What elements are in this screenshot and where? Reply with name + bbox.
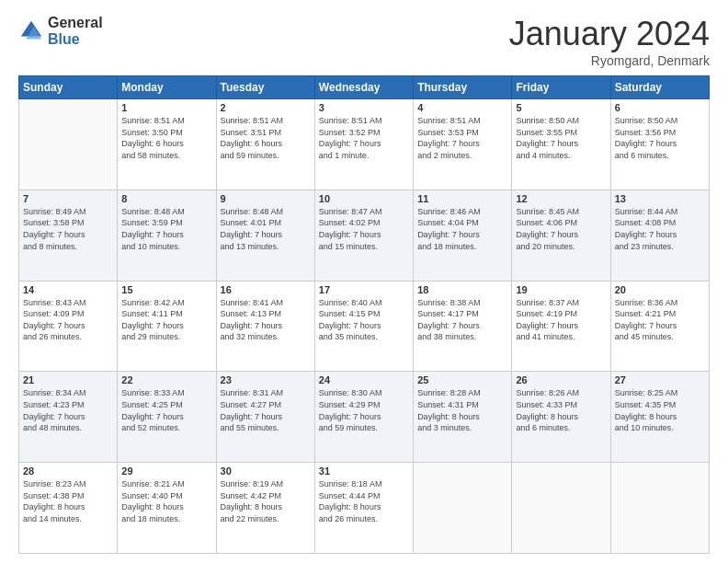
calendar-week-3: 21Sunrise: 8:34 AM Sunset: 4:23 PM Dayli… — [19, 372, 710, 463]
day-info: Sunrise: 8:30 AM Sunset: 4:29 PM Dayligh… — [319, 387, 409, 433]
day-number: 24 — [319, 374, 409, 385]
logo-icon — [18, 18, 44, 44]
day-info: Sunrise: 8:48 AM Sunset: 3:59 PM Dayligh… — [121, 206, 211, 252]
day-number: 13 — [615, 193, 705, 204]
day-number: 16 — [221, 284, 311, 295]
table-row: 20Sunrise: 8:36 AM Sunset: 4:21 PM Dayli… — [610, 281, 709, 372]
day-number: 22 — [121, 374, 211, 385]
day-info: Sunrise: 8:46 AM Sunset: 4:04 PM Dayligh… — [417, 206, 507, 252]
day-info: Sunrise: 8:51 AM Sunset: 3:52 PM Dayligh… — [319, 115, 409, 161]
table-row: 15Sunrise: 8:42 AM Sunset: 4:11 PM Dayli… — [118, 281, 216, 372]
table-row: 6Sunrise: 8:50 AM Sunset: 3:56 PM Daylig… — [610, 99, 709, 190]
month-title: January 2024 — [509, 15, 710, 53]
day-number: 23 — [221, 374, 311, 385]
day-number: 30 — [221, 465, 311, 477]
table-row: 26Sunrise: 8:26 AM Sunset: 4:33 PM Dayli… — [512, 372, 610, 463]
day-number: 25 — [417, 374, 507, 385]
table-row: 3Sunrise: 8:51 AM Sunset: 3:52 PM Daylig… — [314, 99, 413, 190]
col-friday: Friday — [512, 76, 610, 99]
day-number: 18 — [417, 284, 507, 295]
day-info: Sunrise: 8:26 AM Sunset: 4:33 PM Dayligh… — [516, 387, 606, 433]
table-row — [512, 463, 610, 554]
location: Ryomgard, Denmark — [509, 53, 710, 68]
day-info: Sunrise: 8:36 AM Sunset: 4:21 PM Dayligh… — [615, 297, 705, 343]
table-row: 12Sunrise: 8:45 AM Sunset: 4:06 PM Dayli… — [512, 190, 610, 281]
day-number: 7 — [23, 193, 113, 204]
day-number: 1 — [121, 102, 211, 113]
day-number: 5 — [516, 102, 606, 113]
day-number: 27 — [615, 374, 705, 385]
col-sunday: Sunday — [19, 76, 118, 99]
page: General Blue January 2024 Ryomgard, Denm… — [0, 0, 728, 563]
day-number: 20 — [615, 284, 705, 295]
day-info: Sunrise: 8:42 AM Sunset: 4:11 PM Dayligh… — [121, 297, 211, 343]
table-row: 21Sunrise: 8:34 AM Sunset: 4:23 PM Dayli… — [19, 372, 118, 463]
day-info: Sunrise: 8:34 AM Sunset: 4:23 PM Dayligh… — [23, 387, 113, 433]
table-row: 10Sunrise: 8:47 AM Sunset: 4:02 PM Dayli… — [314, 190, 413, 281]
day-number: 28 — [23, 465, 113, 477]
table-row: 23Sunrise: 8:31 AM Sunset: 4:27 PM Dayli… — [216, 372, 314, 463]
calendar-week-2: 14Sunrise: 8:43 AM Sunset: 4:09 PM Dayli… — [19, 281, 710, 372]
table-row — [610, 463, 709, 554]
day-info: Sunrise: 8:21 AM Sunset: 4:40 PM Dayligh… — [121, 478, 211, 524]
table-row: 9Sunrise: 8:48 AM Sunset: 4:01 PM Daylig… — [216, 190, 314, 281]
logo: General Blue — [18, 15, 103, 48]
table-row: 14Sunrise: 8:43 AM Sunset: 4:09 PM Dayli… — [19, 281, 118, 372]
day-number: 15 — [121, 284, 211, 295]
day-info: Sunrise: 8:38 AM Sunset: 4:17 PM Dayligh… — [417, 297, 507, 343]
header-row: Sunday Monday Tuesday Wednesday Thursday… — [19, 76, 710, 99]
table-row: 16Sunrise: 8:41 AM Sunset: 4:13 PM Dayli… — [216, 281, 314, 372]
day-number: 31 — [319, 465, 409, 477]
day-info: Sunrise: 8:18 AM Sunset: 4:44 PM Dayligh… — [319, 478, 409, 524]
table-row: 25Sunrise: 8:28 AM Sunset: 4:31 PM Dayli… — [414, 372, 512, 463]
title-block: January 2024 Ryomgard, Denmark — [509, 15, 710, 68]
col-thursday: Thursday — [414, 76, 512, 99]
table-row: 1Sunrise: 8:51 AM Sunset: 3:50 PM Daylig… — [118, 99, 216, 190]
calendar-week-1: 7Sunrise: 8:49 AM Sunset: 3:58 PM Daylig… — [19, 190, 710, 281]
day-number: 12 — [516, 193, 606, 204]
day-info: Sunrise: 8:51 AM Sunset: 3:50 PM Dayligh… — [121, 115, 211, 161]
day-number: 2 — [221, 102, 311, 113]
day-info: Sunrise: 8:37 AM Sunset: 4:19 PM Dayligh… — [516, 297, 606, 343]
day-info: Sunrise: 8:40 AM Sunset: 4:15 PM Dayligh… — [319, 297, 409, 343]
day-info: Sunrise: 8:19 AM Sunset: 4:42 PM Dayligh… — [221, 478, 311, 524]
day-info: Sunrise: 8:28 AM Sunset: 4:31 PM Dayligh… — [417, 387, 507, 433]
day-info: Sunrise: 8:23 AM Sunset: 4:38 PM Dayligh… — [23, 478, 113, 524]
day-info: Sunrise: 8:41 AM Sunset: 4:13 PM Dayligh… — [221, 297, 311, 343]
day-number: 21 — [23, 374, 113, 385]
col-monday: Monday — [118, 76, 216, 99]
day-number: 6 — [615, 102, 705, 113]
logo-blue: Blue — [48, 31, 80, 47]
table-row: 17Sunrise: 8:40 AM Sunset: 4:15 PM Dayli… — [314, 281, 413, 372]
calendar-week-4: 28Sunrise: 8:23 AM Sunset: 4:38 PM Dayli… — [19, 463, 710, 554]
day-info: Sunrise: 8:25 AM Sunset: 4:35 PM Dayligh… — [615, 387, 705, 433]
calendar-table: Sunday Monday Tuesday Wednesday Thursday… — [18, 75, 710, 554]
table-row — [19, 99, 118, 190]
table-row: 13Sunrise: 8:44 AM Sunset: 4:08 PM Dayli… — [610, 190, 709, 281]
header: General Blue January 2024 Ryomgard, Denm… — [18, 15, 710, 68]
table-row: 31Sunrise: 8:18 AM Sunset: 4:44 PM Dayli… — [314, 463, 413, 554]
table-row: 18Sunrise: 8:38 AM Sunset: 4:17 PM Dayli… — [414, 281, 512, 372]
day-info: Sunrise: 8:49 AM Sunset: 3:58 PM Dayligh… — [23, 206, 113, 252]
day-info: Sunrise: 8:31 AM Sunset: 4:27 PM Dayligh… — [221, 387, 311, 433]
table-row: 5Sunrise: 8:50 AM Sunset: 3:55 PM Daylig… — [512, 99, 610, 190]
calendar-week-0: 1Sunrise: 8:51 AM Sunset: 3:50 PM Daylig… — [19, 99, 710, 190]
day-info: Sunrise: 8:45 AM Sunset: 4:06 PM Dayligh… — [516, 206, 606, 252]
day-number: 17 — [319, 284, 409, 295]
table-row: 2Sunrise: 8:51 AM Sunset: 3:51 PM Daylig… — [216, 99, 314, 190]
day-info: Sunrise: 8:33 AM Sunset: 4:25 PM Dayligh… — [121, 387, 211, 433]
table-row: 4Sunrise: 8:51 AM Sunset: 3:53 PM Daylig… — [414, 99, 512, 190]
table-row: 27Sunrise: 8:25 AM Sunset: 4:35 PM Dayli… — [610, 372, 709, 463]
logo-general: General — [48, 15, 103, 30]
table-row: 8Sunrise: 8:48 AM Sunset: 3:59 PM Daylig… — [118, 190, 216, 281]
day-info: Sunrise: 8:50 AM Sunset: 3:56 PM Dayligh… — [615, 115, 705, 161]
day-number: 14 — [23, 284, 113, 295]
table-row: 11Sunrise: 8:46 AM Sunset: 4:04 PM Dayli… — [414, 190, 512, 281]
day-info: Sunrise: 8:51 AM Sunset: 3:51 PM Dayligh… — [221, 115, 311, 161]
day-number: 3 — [319, 102, 409, 113]
day-number: 9 — [221, 193, 311, 204]
col-tuesday: Tuesday — [216, 76, 314, 99]
day-number: 26 — [516, 374, 606, 385]
day-info: Sunrise: 8:51 AM Sunset: 3:53 PM Dayligh… — [417, 115, 507, 161]
day-info: Sunrise: 8:44 AM Sunset: 4:08 PM Dayligh… — [615, 206, 705, 252]
